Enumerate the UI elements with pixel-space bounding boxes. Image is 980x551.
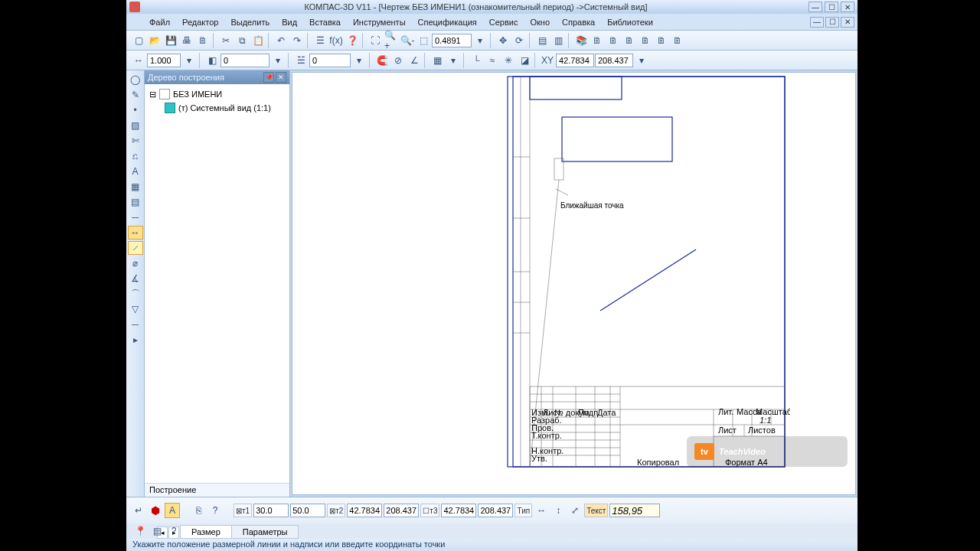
- tree-body[interactable]: ⊟ БЕЗ ИМЕНИ (т) Системный вид (1:1): [145, 84, 289, 483]
- menu-libs[interactable]: Библиотеки: [603, 16, 658, 28]
- doc6-icon[interactable]: 🗎: [670, 33, 685, 48]
- break-icon[interactable]: ⎌: [128, 149, 143, 163]
- menu-window[interactable]: Окно: [525, 16, 554, 28]
- hatch-icon[interactable]: ▨: [128, 119, 143, 132]
- menu-select[interactable]: Выделить: [226, 16, 274, 28]
- arc-dim-icon[interactable]: ⌒: [128, 287, 143, 301]
- menu-service[interactable]: Сервис: [485, 16, 523, 28]
- doc1-icon[interactable]: 🗎: [590, 33, 605, 48]
- doc5-icon[interactable]: 🗎: [654, 33, 669, 48]
- paste-icon[interactable]: 📋: [250, 33, 266, 48]
- properties-icon[interactable]: ☰: [312, 33, 328, 48]
- t1-x-input[interactable]: [253, 504, 289, 517]
- tree-child-node[interactable]: (т) Системный вид (1:1): [145, 101, 289, 115]
- step-icon[interactable]: ↔: [131, 53, 146, 68]
- doc-maximize-button[interactable]: ☐: [825, 17, 839, 28]
- grid-dropdown-icon[interactable]: ▾: [446, 53, 461, 68]
- expand-icon[interactable]: ▸: [128, 333, 143, 347]
- round-icon[interactable]: ≈: [485, 53, 500, 68]
- apply-icon[interactable]: ↵: [131, 503, 146, 518]
- pan-icon[interactable]: ✥: [495, 33, 511, 48]
- t1-label[interactable]: ⊠т1: [234, 504, 252, 517]
- layers-icon[interactable]: ▤: [534, 33, 550, 48]
- lib-icon[interactable]: 📚: [573, 33, 589, 48]
- close-button[interactable]: ✕: [841, 2, 854, 12]
- redo-icon[interactable]: ↷: [289, 33, 305, 48]
- t1-y-input[interactable]: [290, 504, 325, 517]
- zoom-input[interactable]: [432, 34, 472, 47]
- doc-minimize-button[interactable]: —: [810, 17, 824, 28]
- copy-props-icon[interactable]: ⎘: [191, 503, 206, 518]
- state-dropdown-icon[interactable]: ▾: [270, 53, 286, 68]
- help2-icon[interactable]: ?: [166, 523, 181, 539]
- tab-parameters[interactable]: Параметры: [231, 525, 299, 539]
- snap-angle-icon[interactable]: ∠: [407, 53, 422, 68]
- tab-dimension[interactable]: Размер: [180, 525, 232, 539]
- step-dropdown-icon[interactable]: ▾: [181, 53, 197, 68]
- angle-dim-icon[interactable]: ∡: [128, 272, 143, 285]
- geometry-icon[interactable]: ◯: [128, 73, 143, 86]
- whatsthis-icon[interactable]: ❓: [345, 33, 360, 48]
- zoom-area-icon[interactable]: ⬚: [416, 33, 431, 48]
- height-dim-icon[interactable]: ▽: [128, 302, 143, 316]
- diameter-dim-icon[interactable]: ⌀: [128, 256, 143, 270]
- preview-icon[interactable]: 🗎: [195, 33, 211, 48]
- zoom-fit-icon[interactable]: ⛶: [368, 33, 383, 48]
- auto-icon[interactable]: A: [165, 503, 180, 518]
- print-icon[interactable]: 🖶: [179, 33, 194, 48]
- t2-x-input[interactable]: [347, 504, 382, 517]
- snap-off-icon[interactable]: ⊘: [390, 53, 406, 68]
- open-icon[interactable]: 📂: [147, 33, 162, 48]
- ortho-icon[interactable]: └: [469, 53, 484, 68]
- type-parallel-icon[interactable]: ⤢: [567, 503, 583, 518]
- point-icon[interactable]: •: [128, 103, 143, 117]
- layer-dropdown-icon[interactable]: ▾: [351, 53, 367, 68]
- minimize-button[interactable]: —: [808, 2, 822, 12]
- views-icon[interactable]: ▥: [550, 33, 566, 48]
- new-icon[interactable]: ▢: [131, 33, 146, 48]
- drawing-canvas[interactable]: Лит. Масса Масштаб 1:1 Лист Листов Форма…: [292, 72, 856, 495]
- grid-icon[interactable]: ▦: [430, 53, 445, 68]
- stop-icon[interactable]: ⬢: [148, 503, 163, 518]
- menu-insert[interactable]: Вставка: [305, 16, 345, 28]
- text-icon[interactable]: A: [128, 165, 143, 178]
- doc4-icon[interactable]: 🗎: [638, 33, 653, 48]
- cursor-y-input[interactable]: [595, 54, 633, 67]
- tree-root-node[interactable]: ⊟ БЕЗ ИМЕНИ: [145, 87, 289, 101]
- type-horiz-icon[interactable]: ↔: [534, 503, 549, 518]
- state-input[interactable]: [220, 54, 270, 67]
- layer-input[interactable]: [309, 54, 351, 67]
- menu-help[interactable]: Справка: [557, 16, 599, 28]
- state-icon[interactable]: ◧: [204, 53, 220, 68]
- copy-icon[interactable]: ⧉: [234, 33, 250, 48]
- save-icon[interactable]: 💾: [163, 33, 178, 48]
- expander-icon[interactable]: ⊟: [149, 90, 156, 99]
- snap-toggle-icon[interactable]: 🧲: [374, 53, 390, 68]
- t2-label[interactable]: ⊠т2: [327, 504, 345, 517]
- menu-edit[interactable]: Редактор: [178, 16, 223, 28]
- variables-icon[interactable]: f(x): [328, 33, 344, 48]
- spec-icon[interactable]: ▤: [128, 195, 143, 209]
- local-cs-icon[interactable]: ✳: [501, 53, 516, 68]
- param-mode-icon[interactable]: ◪: [517, 53, 532, 68]
- cursor-menu-icon[interactable]: ▾: [634, 53, 649, 68]
- tree-close-icon[interactable]: ✕: [276, 72, 286, 83]
- undo-icon[interactable]: ↶: [273, 33, 289, 48]
- menu-tools[interactable]: Инструменты: [348, 16, 410, 28]
- zoom-in-icon[interactable]: 🔍+: [384, 33, 399, 48]
- menu-file[interactable]: Файл: [145, 16, 175, 28]
- doc3-icon[interactable]: 🗎: [622, 33, 637, 48]
- doc-close-button[interactable]: ✕: [841, 17, 854, 28]
- t3-label[interactable]: ☐т3: [420, 504, 439, 517]
- t2-y-input[interactable]: [384, 504, 419, 517]
- tree-pin-icon[interactable]: 📌: [263, 72, 274, 83]
- help-icon[interactable]: ?: [207, 503, 223, 518]
- redraw-icon[interactable]: ⟳: [511, 33, 527, 48]
- trim-icon[interactable]: ✄: [128, 134, 143, 148]
- maximize-button[interactable]: ☐: [825, 2, 838, 12]
- layer-icon[interactable]: ☱: [293, 53, 309, 68]
- menu-view[interactable]: Вид: [277, 16, 302, 28]
- t3-y-input[interactable]: [478, 504, 513, 517]
- cursor-x-input[interactable]: [556, 54, 594, 67]
- edit-icon[interactable]: ✎: [128, 88, 143, 102]
